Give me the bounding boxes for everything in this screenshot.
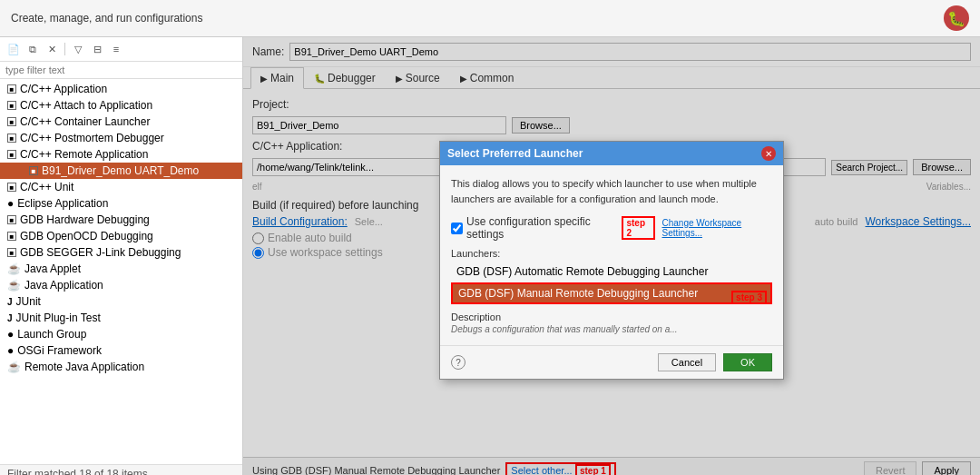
delete-button[interactable]: ✕ — [44, 41, 60, 57]
tree-item-osgi[interactable]: ● OSGi Framework — [0, 342, 242, 359]
step2-badge: step 2 — [622, 216, 654, 240]
top-bar-title: Create, manage, and run configurations — [11, 12, 202, 25]
junit-icon: J — [7, 297, 13, 307]
gdb-openocd-icon: ■ — [7, 232, 16, 241]
dialog-overlay: Select Preferred Launcher ✕ This dialog … — [243, 37, 980, 475]
launcher-item-manual[interactable]: GDB (DSF) Manual Remote Debugging Launch… — [451, 282, 772, 304]
dialog-titlebar: Select Preferred Launcher ✕ — [440, 142, 783, 165]
tree-item-junit[interactable]: J JUnit — [0, 293, 242, 310]
cpp-attach-icon: ■ — [7, 101, 16, 110]
tree-item-cpp-container[interactable]: ■ C/C++ Container Launcher — [0, 114, 242, 130]
tree-item-remote-java[interactable]: ☕ Remote Java Application — [0, 359, 242, 375]
tree-item-gdb-openocd[interactable]: ■ GDB OpenOCD Debugging — [0, 228, 242, 244]
tree-item-label: C/C++ Unit — [20, 181, 74, 193]
launcher-auto-label: GDB (DSF) Automatic Remote Debugging Lau… — [456, 265, 708, 278]
filter-button[interactable]: ▽ — [70, 41, 86, 57]
tree-item-label: GDB SEGGER J-Link Debugging — [20, 246, 181, 259]
tree-item-cpp-postmortem[interactable]: ■ C/C++ Postmortem Debugger — [0, 130, 242, 146]
tree-item-gdb-hardware[interactable]: ■ GDB Hardware Debugging — [0, 212, 242, 228]
main-container: 📄 ⧉ ✕ ▽ ⊟ ≡ ■ C/C++ Application ■ C/C++ … — [0, 37, 980, 475]
tree-item-label: JUnit — [16, 295, 41, 308]
cpp-app-icon: ■ — [7, 84, 16, 94]
tree-item-eclipse-app[interactable]: ● Eclipse Application — [0, 195, 242, 212]
tree-item-label: C/C++ Remote Application — [20, 148, 148, 161]
eclipse-icon: ● — [7, 197, 14, 210]
tree-item-label: B91_Driver_Demo UART_Demo — [42, 164, 199, 177]
tree-item-label: GDB OpenOCD Debugging — [20, 230, 153, 242]
java-app-icon: ☕ — [7, 279, 21, 292]
cpp-postmortem-icon: ■ — [7, 134, 16, 143]
dialog-description: This dialog allows you to specify which … — [451, 176, 772, 206]
right-panel: Name: ▶ Main 🐛 Debugger ▶ Source ▶ Commo… — [243, 37, 980, 475]
cpp-unit-icon: ■ — [7, 183, 16, 192]
tree-item-gdb-segger[interactable]: ■ GDB SEGGER J-Link Debugging — [0, 244, 242, 261]
dialog-footer: ? Cancel OK — [440, 345, 783, 379]
java-applet-icon: ☕ — [7, 262, 21, 275]
remote-java-icon: ☕ — [7, 361, 21, 373]
launcher-item-auto[interactable]: GDB (DSF) Automatic Remote Debugging Lau… — [451, 262, 772, 281]
tree-item-launch-group[interactable]: ● Launch Group — [0, 326, 242, 342]
tree-item-label: JUnit Plug-in Test — [16, 312, 101, 324]
left-panel: 📄 ⧉ ✕ ▽ ⊟ ≡ ■ C/C++ Application ■ C/C++ … — [0, 37, 243, 475]
gdb-hw-icon: ■ — [7, 215, 16, 224]
select-launcher-dialog: Select Preferred Launcher ✕ This dialog … — [439, 141, 784, 380]
status-bar-text: Filter matched 18 of 18 items — [7, 468, 148, 475]
tree-item-junit-plugin[interactable]: J JUnit Plug-in Test — [0, 310, 242, 326]
filter-input[interactable] — [0, 62, 242, 79]
tree-item-label: GDB Hardware Debugging — [20, 213, 150, 226]
launch-group-icon: ● — [7, 328, 14, 341]
checkbox-row: Use configuration specific settings step… — [451, 215, 772, 241]
new-config-button[interactable]: 📄 — [5, 41, 22, 57]
dialog-help-icon[interactable]: ? — [451, 355, 466, 370]
osgi-icon: ● — [7, 344, 14, 357]
tree-item-label: Eclipse Application — [17, 197, 108, 210]
collapse-button[interactable]: ⊟ — [89, 41, 105, 57]
b91-icon: ■ — [29, 166, 38, 175]
bug-icon: 🐛 — [944, 5, 969, 31]
cpp-container-icon: ■ — [7, 117, 16, 126]
duplicate-button[interactable]: ⧉ — [24, 41, 41, 57]
gdb-segger-icon: ■ — [7, 248, 16, 257]
tree-item-label: OSGi Framework — [17, 344, 102, 357]
tree-list: ■ C/C++ Application ■ C/C++ Attach to Ap… — [0, 79, 242, 464]
cancel-button[interactable]: Cancel — [658, 353, 716, 371]
junit-plugin-icon: J — [7, 313, 13, 323]
tree-item-java-app[interactable]: ☕ Java Application — [0, 277, 242, 293]
tree-item-label: C/C++ Container Launcher — [20, 115, 150, 128]
change-workspace-link[interactable]: Change Workspace Settings... — [662, 218, 773, 238]
description-section: Description Debugs a configuration that … — [451, 312, 772, 334]
dialog-close-button[interactable]: ✕ — [761, 146, 776, 161]
top-bar: Create, manage, and run configurations 🐛 — [0, 0, 980, 37]
tree-item-cpp-remote[interactable]: ■ C/C++ Remote Application — [0, 146, 242, 163]
tree-item-b91-driver[interactable]: ■ B91_Driver_Demo UART_Demo — [0, 163, 242, 179]
cpp-remote-icon: ■ — [7, 150, 16, 159]
tree-item-label: Launch Group — [17, 328, 86, 341]
tree-item-cpp-unit[interactable]: ■ C/C++ Unit — [0, 179, 242, 195]
tree-item-cpp-application[interactable]: ■ C/C++ Application — [0, 81, 242, 97]
expand-button[interactable]: ≡ — [108, 41, 124, 57]
description-label: Description — [451, 312, 772, 322]
tree-item-label: C/C++ Postmortem Debugger — [20, 132, 164, 144]
launchers-label: Launchers: — [451, 248, 772, 259]
dialog-body: This dialog allows you to specify which … — [440, 165, 783, 345]
tree-item-label: C/C++ Application — [20, 83, 107, 95]
toolbar-separator — [64, 43, 65, 55]
status-bar: Filter matched 18 of 18 items — [0, 464, 242, 475]
step3-badge: step 3 — [731, 291, 767, 304]
toolbar: 📄 ⧉ ✕ ▽ ⊟ ≡ — [0, 37, 242, 62]
launcher-manual-label: GDB (DSF) Manual Remote Debugging Launch… — [458, 287, 698, 300]
tree-item-label: Java Application — [24, 279, 103, 292]
tree-item-label: Remote Java Application — [24, 361, 144, 373]
dialog-title: Select Preferred Launcher — [447, 147, 583, 160]
tree-item-java-applet[interactable]: ☕ Java Applet — [0, 261, 242, 277]
tree-item-label: Java Applet — [24, 262, 81, 275]
description-content: Debugs a configuration that was manually… — [451, 324, 772, 334]
use-config-text: Use configuration specific settings — [466, 215, 591, 241]
checkbox-label: Use configuration specific settings — [466, 215, 614, 241]
tree-item-cpp-attach[interactable]: ■ C/C++ Attach to Application — [0, 97, 242, 114]
use-config-checkbox[interactable] — [451, 223, 463, 234]
ok-button[interactable]: OK — [723, 353, 772, 371]
tree-item-label: C/C++ Attach to Application — [20, 99, 152, 112]
